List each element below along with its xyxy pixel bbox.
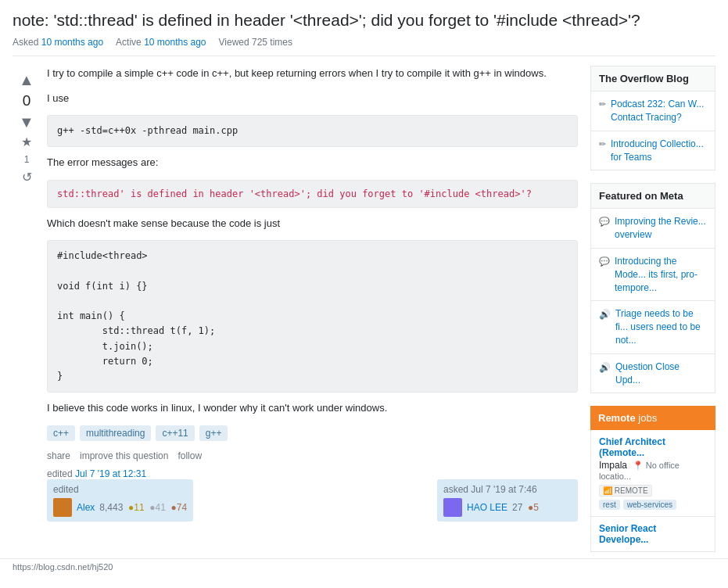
- improve-link[interactable]: improve this question: [80, 450, 168, 461]
- overflow-blog-title: The Overflow Blog: [590, 66, 715, 91]
- meta-item-4: 🔊 Question Close Upd...: [590, 354, 715, 394]
- remote-jobs-title-bold: Remote: [598, 412, 636, 424]
- job-location-1: 📍 No office locatio...: [599, 461, 680, 481]
- chat-icon-1: 💬: [599, 216, 610, 228]
- blog-link-2[interactable]: Introducing Collectio... for Teams: [611, 138, 707, 164]
- asker-info: HAO LEE 27 ●5: [443, 498, 572, 517]
- tags-row: c++ multithreading c++11 g++: [47, 425, 578, 441]
- meta-link-2[interactable]: Introducing the Mode... its first, pro-t…: [615, 255, 707, 294]
- job-remote-badge-1: 📶 REMOTE: [599, 485, 652, 497]
- error-code-text: std::thread' is defined in header '<thre…: [57, 188, 532, 199]
- history-button[interactable]: ↺: [22, 170, 32, 185]
- tag-cpp[interactable]: c++: [47, 425, 75, 441]
- asker-card: asked Jul 7 '19 at 7:46 HAO LEE 27 ●5: [437, 479, 578, 522]
- vote-column: ▲ 0 ▼ ★ 1 ↺: [13, 66, 41, 521]
- active-label: Active 10 months ago: [116, 37, 206, 48]
- main-content: ▲ 0 ▼ ★ 1 ↺ I try to compile a simple c+…: [0, 66, 728, 552]
- job-tag-web-services[interactable]: web-services: [623, 500, 676, 510]
- error-code-block: std::thread' is defined in header '<thre…: [47, 180, 578, 208]
- asker-avatar: [443, 498, 462, 517]
- remote-jobs-header: Remote jobs: [590, 406, 715, 430]
- overflow-blog-section: The Overflow Blog ✏ Podcast 232: Can W..…: [590, 66, 715, 170]
- editor-card-label: edited: [53, 484, 187, 495]
- job-item-1: Chief Architect (Remote... Impala 📍 No o…: [590, 430, 715, 517]
- triage-icon-1: 🔊: [599, 308, 611, 321]
- tag-cpp11[interactable]: c++11: [156, 425, 194, 441]
- main-code-text: #include<thread> void f(int i) {} int ma…: [57, 249, 568, 384]
- edit-date[interactable]: Jul 7 '19 at 12:31: [75, 468, 146, 479]
- job-tag-rest[interactable]: rest: [599, 500, 620, 510]
- remote-jobs-title-span: jobs: [636, 412, 657, 424]
- url-bar: https://blog.csdn.net/hj520: [0, 558, 728, 575]
- command-code-block: g++ -std=c++0x -pthread main.cpp: [47, 115, 578, 147]
- job-title-2[interactable]: Senior React Develope...: [599, 523, 707, 545]
- user-cards: edited Jul 7 '19 at 12:31 edited Alex 8,…: [47, 468, 578, 522]
- blog-link-1[interactable]: Podcast 232: Can W... Contact Tracing?: [611, 98, 707, 124]
- question-row: ▲ 0 ▼ ★ 1 ↺ I try to compile a simple c+…: [13, 66, 578, 521]
- question-actions: share improve this question follow: [47, 450, 578, 461]
- upvote-button[interactable]: ▲: [19, 72, 34, 88]
- asker-name[interactable]: HAO LEE: [467, 502, 507, 513]
- sidebar: The Overflow Blog ✏ Podcast 232: Can W..…: [590, 66, 715, 552]
- tag-gpp[interactable]: g++: [199, 425, 228, 441]
- editor-info: Alex 8,443 ●11 ●41 ●74: [53, 498, 187, 517]
- body-paragraph-3: The error messages are:: [47, 155, 578, 170]
- editor-card: edited Alex 8,443 ●11 ●41 ●74: [47, 479, 193, 522]
- question-body: I try to compile a simple c++ code in c+…: [47, 66, 578, 521]
- meta-item-1: 💬 Improving the Revie... overview: [590, 209, 715, 249]
- main-code-block: #include<thread> void f(int i) {} int ma…: [47, 240, 578, 393]
- pencil-icon-2: ✏: [599, 138, 606, 150]
- blog-item-1: ✏ Podcast 232: Can W... Contact Tracing?: [590, 91, 715, 131]
- edit-info-text: edited Jul 7 '19 at 12:31: [47, 468, 146, 479]
- favorite-count: 1: [24, 154, 30, 165]
- meta-item-2: 💬 Introducing the Mode... its first, pro…: [590, 249, 715, 301]
- pencil-icon-1: ✏: [599, 99, 606, 110]
- follow-link[interactable]: follow: [178, 450, 202, 461]
- question-title: note: 'std::thread' is defined in header…: [13, 9, 715, 30]
- body-paragraph-1: I try to compile a simple c++ code in c+…: [47, 66, 578, 81]
- asker-card-label: asked Jul 7 '19 at 7:46: [443, 484, 572, 495]
- editor-avatar: [53, 498, 72, 517]
- editor-name[interactable]: Alex: [77, 502, 95, 513]
- page-container: note: 'std::thread' is defined in header…: [0, 0, 728, 575]
- featured-meta-section: Featured on Meta 💬 Improving the Revie..…: [590, 183, 715, 393]
- downvote-button[interactable]: ▼: [19, 114, 34, 130]
- command-code-text: g++ -std=c++0x -pthread main.cpp: [57, 124, 568, 138]
- body-paragraph-5: I believe this code works in linux, I wo…: [47, 400, 578, 416]
- viewed-label: Viewed 725 times: [219, 37, 293, 48]
- job-item-2: Senior React Develope...: [590, 517, 715, 552]
- vote-count: 0: [23, 92, 31, 109]
- meta-item-3: 🔊 Triage needs to be fi... users need to…: [590, 301, 715, 353]
- remote-jobs-section: Remote jobs Chief Architect (Remote... I…: [590, 406, 715, 552]
- job-company-1: Impala 📍 No office locatio...: [599, 460, 707, 482]
- asked-label: Asked 10 months ago: [13, 37, 103, 48]
- job-tags-1: rest web-services: [599, 500, 707, 510]
- job-title-1[interactable]: Chief Architect (Remote...: [599, 436, 707, 458]
- asker-rep: 27 ●5: [512, 502, 539, 513]
- featured-meta-title: Featured on Meta: [590, 183, 715, 209]
- body-paragraph-2: I use: [47, 91, 578, 106]
- triage-icon-2: 🔊: [599, 361, 611, 375]
- question-area: ▲ 0 ▼ ★ 1 ↺ I try to compile a simple c+…: [13, 66, 578, 552]
- question-header: note: 'std::thread' is defined in header…: [0, 0, 728, 66]
- body-paragraph-4: Which doesn't make sense because the cod…: [47, 216, 578, 231]
- blog-item-2: ✏ Introducing Collectio... for Teams: [590, 131, 715, 171]
- question-meta: Asked 10 months ago Active 10 months ago…: [13, 37, 715, 56]
- meta-link-1[interactable]: Improving the Revie... overview: [615, 215, 707, 242]
- share-link[interactable]: share: [47, 450, 70, 461]
- meta-link-3[interactable]: Triage needs to be fi... users need to b…: [615, 307, 707, 346]
- tag-multithreading[interactable]: multithreading: [80, 425, 151, 441]
- favorite-button[interactable]: ★: [21, 134, 32, 149]
- editor-rep: 8,443 ●11 ●41 ●74: [99, 502, 187, 513]
- edit-info: edited Jul 7 '19 at 12:31 edited Alex 8,…: [47, 468, 193, 522]
- meta-link-4[interactable]: Question Close Upd...: [615, 360, 707, 387]
- chat-icon-2: 💬: [599, 256, 610, 267]
